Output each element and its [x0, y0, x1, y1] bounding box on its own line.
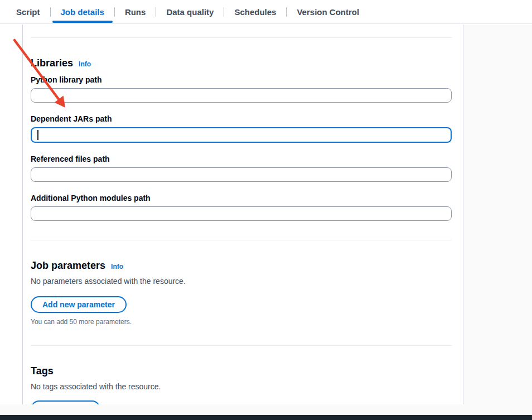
libraries-heading: Libraries: [31, 57, 73, 69]
input-wrap: [31, 88, 452, 103]
job-parameters-info-link[interactable]: Info: [111, 263, 123, 271]
python-library-path-input[interactable]: [31, 88, 452, 103]
input-wrap: [31, 206, 452, 221]
outer-background: [463, 25, 532, 404]
console-footer-bar: [0, 415, 532, 420]
text-cursor: [37, 130, 38, 140]
tab-job-details[interactable]: Job details: [51, 0, 114, 23]
additional-python-modules-path-input[interactable]: [31, 206, 452, 221]
tags-section-heading: Tags: [31, 365, 452, 377]
panel-content: Libraries Info Python library path Depen…: [31, 37, 452, 417]
libraries-section-heading: Libraries Info: [31, 57, 452, 69]
referenced-files-path-field: Referenced files path: [31, 154, 452, 182]
dependent-jars-path-input[interactable]: [31, 127, 452, 143]
section-divider: [31, 37, 452, 38]
referenced-files-path-input[interactable]: [31, 167, 452, 182]
dependent-jars-path-field: Dependent JARs path: [31, 114, 452, 143]
job-parameters-section-heading: Job parameters Info: [31, 259, 452, 272]
field-label: Python library path: [31, 75, 452, 85]
job-parameters-empty-text: No parameters associated with the resour…: [31, 276, 452, 286]
tab-runs[interactable]: Runs: [115, 0, 156, 23]
footer-strip: [0, 404, 532, 415]
libraries-info-link[interactable]: Info: [79, 60, 91, 68]
job-details-panel: Libraries Info Python library path Depen…: [22, 25, 463, 404]
job-parameters-helper-text: You can add 50 more parameters.: [31, 317, 452, 326]
field-label: Additional Python modules path: [31, 193, 452, 203]
input-wrap-focused: [31, 127, 452, 143]
section-divider: [31, 345, 452, 346]
section-divider: [31, 240, 452, 240]
tab-version-control[interactable]: Version Control: [287, 0, 369, 23]
glue-job-details-page: Script Job details Runs Data quality Sch…: [0, 0, 532, 420]
tags-heading: Tags: [31, 365, 54, 377]
tab-script[interactable]: Script: [6, 0, 50, 23]
add-new-parameter-button[interactable]: Add new parameter: [31, 296, 127, 313]
tab-bar: Script Job details Runs Data quality Sch…: [0, 0, 532, 24]
field-label: Referenced files path: [31, 154, 452, 164]
tags-empty-text: No tags associated with the resource.: [31, 382, 452, 392]
tab-data-quality[interactable]: Data quality: [156, 0, 224, 23]
job-parameters-heading: Job parameters: [31, 259, 105, 272]
additional-python-modules-path-field: Additional Python modules path: [31, 193, 452, 221]
python-library-path-field: Python library path: [31, 75, 452, 103]
input-wrap: [31, 167, 452, 182]
field-label: Dependent JARs path: [31, 114, 452, 124]
tab-schedules[interactable]: Schedules: [224, 0, 286, 23]
